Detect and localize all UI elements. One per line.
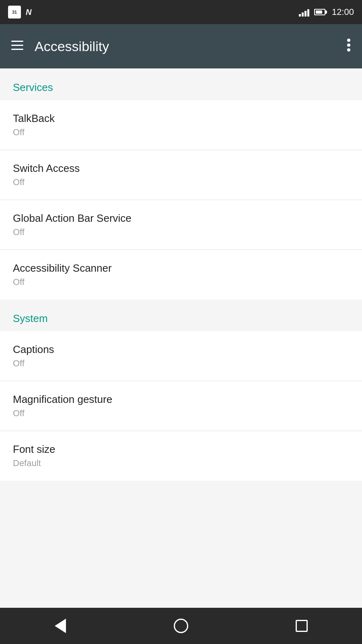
talkback-subtitle: Off bbox=[13, 127, 349, 138]
hamburger-menu-button[interactable] bbox=[8, 36, 27, 56]
magnification-gesture-item[interactable]: Magnification gesture Off bbox=[0, 381, 362, 431]
status-time: 12:00 bbox=[332, 7, 354, 17]
services-section-header: Services bbox=[0, 68, 362, 100]
app-bar-left: Accessibility bbox=[8, 36, 109, 56]
captions-subtitle: Off bbox=[13, 358, 349, 369]
svg-point-5 bbox=[347, 48, 350, 52]
global-action-bar-title: Global Action Bar Service bbox=[13, 212, 349, 225]
magnification-gesture-subtitle: Off bbox=[13, 408, 349, 419]
captions-title: Captions bbox=[13, 343, 349, 356]
services-label: Services bbox=[13, 81, 53, 93]
font-size-item[interactable]: Font size Default bbox=[0, 431, 362, 481]
svg-point-3 bbox=[347, 39, 350, 42]
more-options-button[interactable] bbox=[343, 35, 354, 58]
home-button[interactable] bbox=[167, 612, 195, 640]
status-bar-right: 12:00 bbox=[299, 7, 354, 17]
battery-icon bbox=[314, 9, 327, 15]
system-section-header: System bbox=[0, 299, 362, 331]
content-area: Services TalkBack Off Switch Access Off … bbox=[0, 68, 362, 481]
switch-access-title: Switch Access bbox=[13, 162, 349, 175]
talkback-item[interactable]: TalkBack Off bbox=[0, 100, 362, 150]
notification-icon: N bbox=[26, 8, 31, 17]
bottom-nav-bar bbox=[0, 608, 362, 644]
system-group: Captions Off Magnification gesture Off F… bbox=[0, 331, 362, 481]
services-group: TalkBack Off Switch Access Off Global Ac… bbox=[0, 100, 362, 299]
system-label: System bbox=[13, 312, 48, 324]
svg-rect-1 bbox=[11, 45, 23, 46]
app-bar: Accessibility bbox=[0, 24, 362, 68]
switch-access-item[interactable]: Switch Access Off bbox=[0, 150, 362, 200]
font-size-title: Font size bbox=[13, 443, 349, 456]
accessibility-scanner-title: Accessibility Scanner bbox=[13, 262, 349, 275]
recents-button[interactable] bbox=[288, 612, 316, 640]
accessibility-scanner-subtitle: Off bbox=[13, 277, 349, 287]
accessibility-scanner-item[interactable]: Accessibility Scanner Off bbox=[0, 250, 362, 299]
svg-point-4 bbox=[347, 43, 350, 47]
svg-rect-2 bbox=[11, 49, 23, 50]
magnification-gesture-title: Magnification gesture bbox=[13, 393, 349, 406]
signal-icon bbox=[299, 8, 309, 17]
svg-rect-0 bbox=[11, 41, 23, 42]
calendar-icon: 31 bbox=[8, 6, 21, 19]
page-title: Accessibility bbox=[35, 39, 109, 54]
font-size-subtitle: Default bbox=[13, 458, 349, 469]
date-number: 31 bbox=[12, 10, 17, 14]
back-button[interactable] bbox=[46, 612, 74, 640]
captions-item[interactable]: Captions Off bbox=[0, 331, 362, 381]
talkback-title: TalkBack bbox=[13, 112, 349, 125]
global-action-bar-item[interactable]: Global Action Bar Service Off bbox=[0, 200, 362, 250]
status-bar-left: 31 N bbox=[8, 6, 31, 19]
global-action-bar-subtitle: Off bbox=[13, 227, 349, 237]
switch-access-subtitle: Off bbox=[13, 177, 349, 188]
status-bar: 31 N 12:00 bbox=[0, 0, 362, 24]
